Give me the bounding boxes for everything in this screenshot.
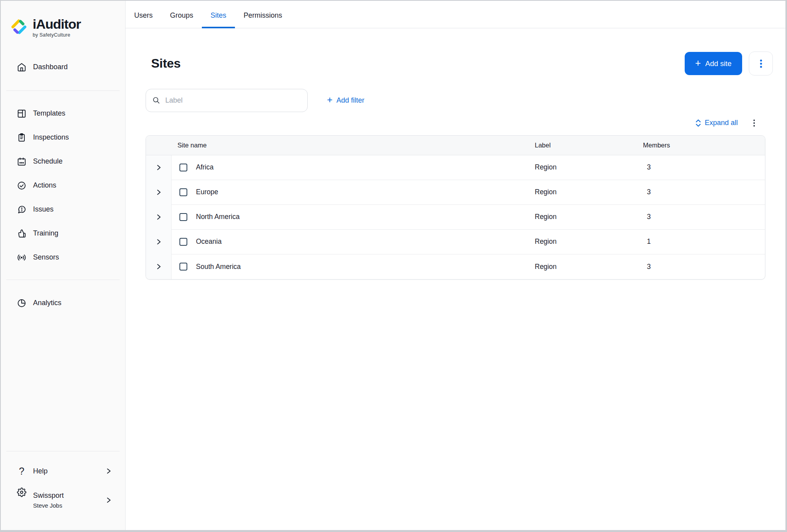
site-label: Region <box>535 254 643 279</box>
site-label: Region <box>535 155 643 180</box>
tab-groups[interactable]: Groups <box>161 1 202 28</box>
sidebar-item-actions[interactable]: Actions <box>1 173 125 197</box>
iauditor-logo-icon <box>10 18 28 35</box>
row-checkbox[interactable] <box>179 238 187 246</box>
sidebar-item-templates[interactable]: Templates <box>1 101 125 125</box>
chevron-right-icon <box>105 497 112 503</box>
check-circle-icon <box>17 181 26 190</box>
table-overflow-menu-button[interactable] <box>753 119 755 127</box>
help-label: Help <box>33 467 99 475</box>
row-expand-button[interactable] <box>146 254 172 279</box>
page-content: Sites + Add site <box>126 28 785 530</box>
page-overflow-menu-button[interactable] <box>749 52 773 75</box>
tab-sites[interactable]: Sites <box>202 1 235 28</box>
add-site-button[interactable]: + Add site <box>685 52 742 75</box>
help-button[interactable]: ? Help <box>1 459 125 483</box>
sidebar-item-label: Sensors <box>33 253 59 261</box>
sidebar-item-label: Inspections <box>33 133 69 142</box>
question-mark-icon: ? <box>17 466 26 477</box>
chevron-right-icon <box>155 164 162 171</box>
tab-users[interactable]: Users <box>126 1 161 28</box>
main-area: Users Groups Sites Permissions Sites + A… <box>126 1 785 530</box>
sidebar-item-issues[interactable]: Issues <box>1 197 125 221</box>
kebab-menu-icon <box>753 119 755 127</box>
sidebar-item-label: Actions <box>33 181 56 190</box>
site-members-count: 3 <box>643 180 765 205</box>
add-filter-label: Add filter <box>336 96 364 105</box>
tab-bar: Users Groups Sites Permissions <box>126 1 785 28</box>
site-label: Region <box>535 180 643 205</box>
sidebar: iAuditor by SafetyCulture Dashboard <box>1 1 126 530</box>
search-icon <box>152 96 160 104</box>
sidebar-divider <box>6 280 120 280</box>
column-header-label: Label <box>535 136 643 155</box>
row-expand-button[interactable] <box>146 205 172 230</box>
brand-byline: by SafetyCulture <box>33 32 81 38</box>
app-window: iAuditor by SafetyCulture Dashboard <box>0 0 787 532</box>
sidebar-item-training[interactable]: Training <box>1 221 125 245</box>
user-name: Steve Jobs <box>33 502 99 509</box>
label-search-box <box>146 89 308 112</box>
templates-icon <box>17 109 26 118</box>
row-expand-button[interactable] <box>146 230 172 254</box>
label-search-input[interactable] <box>164 96 301 105</box>
page-title: Sites <box>151 56 181 71</box>
row-checkbox[interactable] <box>179 213 187 221</box>
row-expand-button[interactable] <box>146 155 172 180</box>
org-name: Swissport <box>33 492 99 500</box>
expand-all-label: Expand all <box>705 119 738 127</box>
site-name: North America <box>196 213 240 221</box>
table-row: South America Region 3 <box>146 254 765 279</box>
table-body: Africa Region 3 <box>146 155 765 279</box>
brand-logo: iAuditor by SafetyCulture <box>10 17 125 42</box>
sites-table: Site name Label Members <box>146 135 765 280</box>
alert-bubble-icon <box>17 205 26 214</box>
table-row: Oceania Region 1 <box>146 230 765 254</box>
site-members-count: 1 <box>643 230 765 254</box>
chevron-right-icon <box>155 189 162 196</box>
sidebar-item-analytics[interactable]: Analytics <box>1 291 125 315</box>
chevron-right-icon <box>155 238 162 245</box>
kebab-menu-icon <box>760 59 762 68</box>
row-checkbox[interactable] <box>179 188 187 196</box>
home-icon <box>17 63 26 72</box>
table-row: North America Region 3 <box>146 205 765 230</box>
expander-column-header <box>146 136 172 155</box>
site-members-count: 3 <box>643 205 765 230</box>
plus-icon: + <box>327 95 333 105</box>
gear-icon <box>17 488 26 497</box>
row-checkbox[interactable] <box>179 263 187 271</box>
sidebar-nav: Dashboard Templates <box>1 55 125 315</box>
site-members-count: 3 <box>643 254 765 279</box>
column-header-site-name: Site name <box>172 136 535 155</box>
sidebar-item-label: Schedule <box>33 157 63 166</box>
add-site-label: Add site <box>705 59 732 68</box>
row-expand-button[interactable] <box>146 180 172 205</box>
add-filter-button[interactable]: + Add filter <box>327 96 364 105</box>
chevron-right-icon <box>155 214 162 221</box>
sidebar-item-sensors[interactable]: Sensors <box>1 245 125 269</box>
site-name: Oceania <box>196 237 222 246</box>
calendar-icon <box>17 157 26 166</box>
expand-collapse-icon <box>695 119 701 127</box>
expand-all-button[interactable]: Expand all <box>695 119 738 127</box>
table-header-row: Site name Label Members <box>146 136 765 155</box>
org-settings-button[interactable]: Swissport Steve Jobs <box>1 486 125 514</box>
site-name: Africa <box>196 163 214 171</box>
table-row: Africa Region 3 <box>146 155 765 180</box>
sidebar-footer: ? Help Swissport Steve Jobs <box>1 451 125 530</box>
chevron-right-icon <box>105 468 112 474</box>
sidebar-item-label: Training <box>33 229 58 237</box>
sidebar-item-schedule[interactable]: Schedule <box>1 149 125 173</box>
sidebar-item-label: Dashboard <box>33 63 68 71</box>
column-header-members: Members <box>643 136 765 155</box>
plus-icon: + <box>695 58 701 68</box>
tab-permissions[interactable]: Permissions <box>235 1 291 28</box>
sidebar-item-inspections[interactable]: Inspections <box>1 125 125 149</box>
site-name: South America <box>196 263 241 271</box>
brand-name: iAuditor <box>33 17 81 31</box>
sidebar-item-label: Analytics <box>33 299 61 307</box>
sidebar-item-label: Templates <box>33 109 65 118</box>
sidebar-item-dashboard[interactable]: Dashboard <box>1 55 125 79</box>
row-checkbox[interactable] <box>179 164 187 171</box>
